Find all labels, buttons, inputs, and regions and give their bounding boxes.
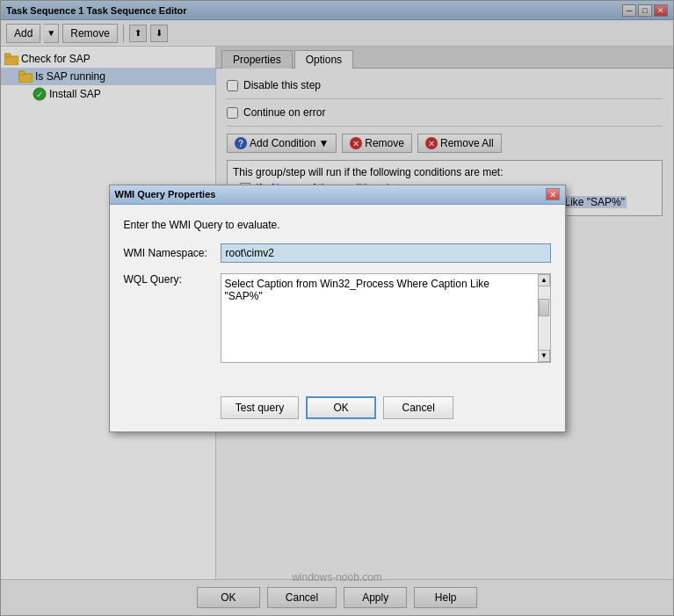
dialog-description: Enter the WMI Query to evaluate.	[124, 219, 551, 231]
dialog-title: WMI Query Properties	[115, 189, 216, 199]
wql-textarea-container: Select Caption from Win32_Process Where …	[221, 273, 551, 363]
dialog-footer: Test query OK Cancel	[110, 388, 565, 431]
modal-overlay: WMI Query Properties ✕ Enter the WMI Que…	[1, 1, 673, 615]
namespace-label: WMI Namespace:	[124, 247, 221, 259]
dialog-title-bar: WMI Query Properties ✕	[110, 185, 565, 205]
wql-textarea[interactable]: Select Caption from Win32_Process Where …	[221, 274, 538, 362]
dialog-close-button[interactable]: ✕	[546, 188, 560, 200]
wql-scrollbar: ▲ ▼	[538, 274, 550, 362]
wql-query-row: WQL Query: Select Caption from Win32_Pro…	[124, 273, 551, 363]
scroll-up-arrow[interactable]: ▲	[538, 274, 550, 286]
dialog-ok-button[interactable]: OK	[306, 396, 376, 419]
namespace-field-row: WMI Namespace:	[124, 243, 551, 263]
main-window: Task Sequence 1 Task Sequence Editor ─ □…	[0, 0, 674, 616]
dialog-cancel-button[interactable]: Cancel	[383, 396, 453, 419]
namespace-input[interactable]	[221, 243, 551, 263]
wql-label: WQL Query:	[124, 273, 221, 286]
test-query-button[interactable]: Test query	[221, 396, 299, 419]
scroll-down-arrow[interactable]: ▼	[538, 350, 550, 362]
scroll-thumb[interactable]	[539, 299, 549, 316]
dialog-content: Enter the WMI Query to evaluate. WMI Nam…	[110, 205, 565, 388]
wmi-query-dialog: WMI Query Properties ✕ Enter the WMI Que…	[109, 185, 566, 432]
